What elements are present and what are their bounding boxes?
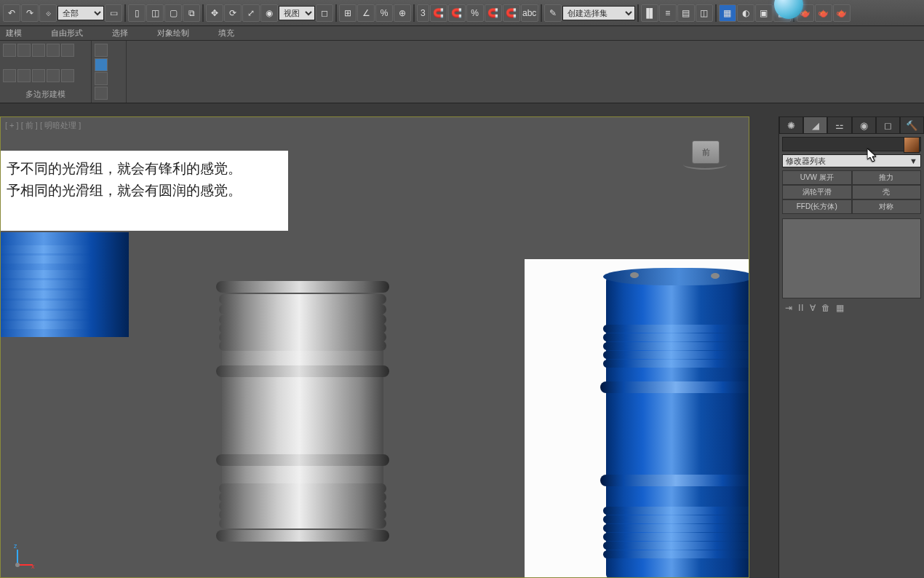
object-name-input[interactable] — [782, 137, 921, 151]
edit-named-button[interactable]: ✎ — [544, 4, 562, 22]
percent-snap-button[interactable]: % — [375, 4, 393, 22]
poly-mode-2[interactable] — [17, 44, 31, 57]
mod-btn-push[interactable]: 推力 — [852, 170, 922, 185]
selection-filter-dropdown[interactable]: 全部 — [57, 6, 104, 20]
poly-mode-3[interactable] — [32, 44, 45, 57]
teapot3-button[interactable]: 🫖 — [833, 4, 851, 22]
tab-modeling[interactable]: 建模 — [6, 28, 22, 39]
curve-editor-button[interactable]: ◫ — [696, 4, 713, 22]
align-button[interactable]: ≡ — [659, 4, 677, 22]
tab-selection[interactable]: 选择 — [112, 28, 128, 39]
modifier-list-dropdown[interactable]: 修改器列表▼ — [782, 154, 921, 167]
snap-toggle-button[interactable]: ⊞ — [339, 4, 357, 22]
pin-stack-button[interactable]: ⇥ — [785, 303, 792, 313]
modify-tab[interactable]: ◢ — [803, 116, 827, 134]
mod-btn-shell[interactable]: 壳 — [852, 185, 922, 199]
annotation-card: 予不同的光滑组，就会有锋利的感觉。 予相同的光滑组，就会有圆润的感觉。 — [1, 151, 288, 231]
rotate-button[interactable]: ⟳ — [224, 4, 242, 22]
mod-btn-ffd[interactable]: FFD(长方体) — [782, 199, 852, 214]
ribbon-group-label: 多边形建模 — [3, 87, 88, 100]
snap-f-button[interactable]: abc — [521, 4, 538, 22]
extra-tool-3[interactable] — [95, 72, 108, 85]
material-editor-button[interactable]: ◐ — [737, 4, 754, 22]
create-tab[interactable]: ✺ — [779, 116, 803, 134]
remove-button[interactable]: 🗑 — [821, 303, 830, 313]
move-button[interactable]: ✥ — [206, 4, 223, 22]
poly-mode-4[interactable] — [47, 44, 60, 57]
snap-c-button[interactable]: % — [466, 4, 484, 22]
reference-image-right — [525, 259, 749, 578]
main-toolbar: ↶ ↷ ⟐ 全部 ▭ ▯ ◫ ▢ ⧉ ✥ ⟳ ⤢ ◉ 视图 ◻ ⊞ ∠ % ⊕ … — [0, 0, 924, 26]
extra-tool-4[interactable] — [95, 87, 108, 100]
poly-tool-a[interactable] — [3, 69, 16, 82]
select-region-button[interactable]: ▢ — [164, 4, 182, 22]
viewport-label[interactable]: [ + ] [ 前 ] [ 明暗处理 ] — [5, 120, 81, 131]
named-selection-dropdown[interactable]: 创建选择集 — [562, 6, 635, 20]
snap-3-button[interactable]: 3 — [417, 4, 429, 22]
redo-button[interactable]: ↷ — [21, 4, 39, 22]
reference-image-top — [1, 232, 129, 337]
object-color-swatch[interactable] — [904, 137, 920, 153]
modifier-stack[interactable] — [782, 218, 921, 298]
poly-mode-5[interactable] — [61, 44, 74, 57]
annotation-line-1: 予不同的光滑组，就会有锋利的感觉。 — [7, 158, 282, 180]
mod-btn-symmetry[interactable]: 对称 — [852, 199, 922, 214]
render-setup-button[interactable]: ▣ — [755, 4, 773, 22]
hierarchy-tab[interactable]: ⚍ — [827, 116, 851, 134]
snap-d-button[interactable]: 🧲 — [485, 4, 502, 22]
mirror-button[interactable]: ▐▌ — [641, 4, 658, 22]
scene-explorer-button[interactable]: ▦ — [719, 4, 736, 22]
tab-object-paint[interactable]: 对象绘制 — [157, 28, 189, 39]
layer-button[interactable]: ▤ — [677, 4, 695, 22]
ribbon-panel: 多边形建模 — [0, 41, 924, 103]
axis-gizmo-icon: z x — [14, 547, 36, 569]
annotation-line-2: 予相同的光滑组，就会有圆润的感觉。 — [7, 180, 282, 202]
configure-button[interactable]: ▦ — [836, 303, 844, 313]
spinner-snap-button[interactable]: ⊕ — [394, 4, 411, 22]
viewcube-ring-icon[interactable] — [683, 159, 727, 170]
poly-tool-b[interactable] — [17, 69, 31, 82]
scale-button[interactable]: ⤢ — [242, 4, 260, 22]
show-end-button[interactable]: ⅠⅠ — [798, 303, 804, 313]
angle-snap-button[interactable]: ∠ — [357, 4, 375, 22]
unique-button[interactable]: ∀ — [810, 303, 816, 313]
tab-populate[interactable]: 填充 — [218, 28, 234, 39]
display-tab[interactable]: ◻ — [876, 116, 900, 134]
undo-button[interactable]: ↶ — [3, 4, 20, 22]
ribbon-tabs: 建模 自由形式 选择 对象绘制 填充 — [0, 26, 924, 41]
pivot-button[interactable]: ◻ — [316, 4, 333, 22]
poly-tool-c[interactable] — [32, 69, 45, 82]
poly-tool-d[interactable] — [47, 69, 60, 82]
mod-btn-turbosmooth[interactable]: 涡轮平滑 — [782, 185, 852, 199]
coord-system-dropdown[interactable]: 视图 — [279, 6, 315, 20]
window-crossing-button[interactable]: ⧉ — [183, 4, 200, 22]
viewport-front[interactable]: [ + ] [ 前 ] [ 明暗处理 ] 前 予不同的光滑组，就会有锋利的感觉。… — [0, 116, 749, 578]
barrel-model — [212, 281, 394, 543]
select-object-button[interactable]: ▯ — [128, 4, 146, 22]
extra-tool-1[interactable] — [95, 44, 108, 57]
link-button[interactable]: ⟐ — [39, 4, 57, 22]
snap-e-button[interactable]: 🧲 — [503, 4, 520, 22]
select-name-button[interactable]: ◫ — [146, 4, 164, 22]
poly-tool-e[interactable] — [61, 69, 74, 82]
extra-tool-2[interactable] — [95, 58, 108, 71]
snap-b-button[interactable]: 🧲 — [448, 4, 466, 22]
command-panel: ✺ ◢ ⚍ ◉ ◻ 🔨 修改器列表▼ UVW 展开 推力 涡轮平滑 壳 FFD(… — [778, 116, 924, 578]
place-button[interactable]: ◉ — [260, 4, 278, 22]
poly-mode-1[interactable] — [3, 44, 16, 57]
teapot2-button[interactable]: 🫖 — [815, 4, 832, 22]
motion-tab[interactable]: ◉ — [852, 116, 876, 134]
snap-a-button[interactable]: 🧲 — [430, 4, 447, 22]
tab-freeform[interactable]: 自由形式 — [51, 28, 83, 39]
mod-btn-uvw[interactable]: UVW 展开 — [782, 170, 852, 185]
select-button[interactable]: ▭ — [105, 4, 122, 22]
utilities-tab[interactable]: 🔨 — [900, 116, 924, 134]
